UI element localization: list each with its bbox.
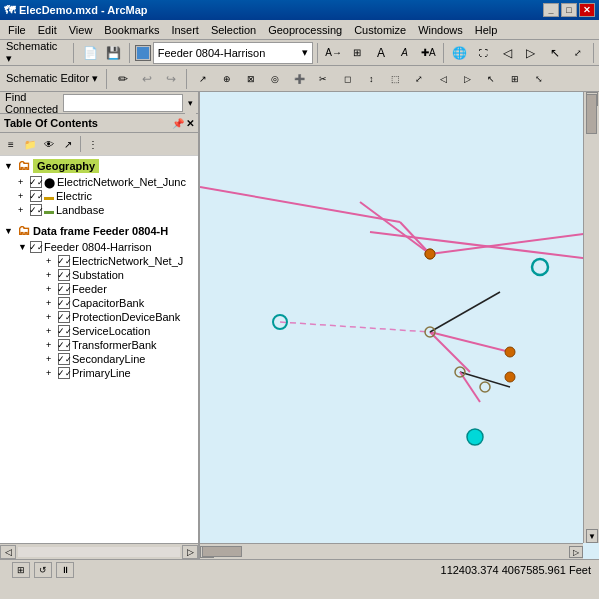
- menu-customize[interactable]: Customize: [348, 22, 412, 38]
- cb-feeder-l[interactable]: ✓: [58, 283, 70, 295]
- cb-ej[interactable]: ✓: [58, 255, 70, 267]
- tool-e[interactable]: ➕: [288, 68, 310, 90]
- tool-btn-5[interactable]: ✚A: [417, 42, 439, 64]
- toc-source-btn[interactable]: 📁: [21, 135, 39, 153]
- schematic-dropdown-label[interactable]: Schematic ▾: [2, 40, 69, 65]
- scroll-down-btn[interactable]: ▼: [586, 529, 598, 543]
- layer-elecnet-junc[interactable]: + ✓ ⬤ ElectricNetwork_Net_Junc: [14, 175, 198, 189]
- toc-vis-btn[interactable]: 👁: [40, 135, 58, 153]
- tool-d[interactable]: ◎: [264, 68, 286, 90]
- feeder-dropdown[interactable]: Feeder 0804-Harrison ▾: [153, 42, 313, 64]
- feeder-harrison-group[interactable]: ▼ ✓ Feeder 0804-Harrison: [14, 240, 198, 254]
- save-button[interactable]: 💾: [103, 42, 125, 64]
- expand-sec[interactable]: +: [46, 354, 56, 364]
- cb-substation[interactable]: ✓: [58, 269, 70, 281]
- tool-btn-1[interactable]: A→: [323, 42, 345, 64]
- cb-landbase[interactable]: ✓: [30, 204, 42, 216]
- tool-j[interactable]: ⤢: [408, 68, 430, 90]
- layer-protection[interactable]: + ✓ ProtectionDeviceBank: [42, 310, 198, 324]
- expand-ej[interactable]: +: [46, 256, 56, 266]
- toc-pin-btn[interactable]: 📌: [172, 118, 184, 129]
- tool-btn-3[interactable]: A: [370, 42, 392, 64]
- expand-cap[interactable]: +: [46, 298, 56, 308]
- scroll-right-btn[interactable]: ▷: [569, 546, 583, 558]
- menu-insert[interactable]: Insert: [165, 22, 205, 38]
- tool-b[interactable]: ⊕: [216, 68, 238, 90]
- canvas-scrollbar-v[interactable]: ▲ ▼: [583, 92, 599, 543]
- cb-electric[interactable]: ✓: [30, 190, 42, 202]
- expand-prot[interactable]: +: [46, 312, 56, 322]
- toc-dataframe-header[interactable]: ▼ 🗂 Data frame Feeder 0804-H: [0, 221, 198, 240]
- close-button[interactable]: ✕: [579, 3, 595, 17]
- status-btn-3[interactable]: ⏸: [56, 562, 74, 578]
- layer-secondary[interactable]: + ✓ SecondaryLine: [42, 352, 198, 366]
- expand-tfmr[interactable]: +: [46, 340, 56, 350]
- tool-l[interactable]: ▷: [456, 68, 478, 90]
- maximize-button[interactable]: □: [561, 3, 577, 17]
- next-extent-btn[interactable]: ▷: [520, 42, 542, 64]
- cb-sec[interactable]: ✓: [58, 353, 70, 365]
- toc-scrollbar-h[interactable]: ◁ ▷: [0, 543, 198, 559]
- layer-electric[interactable]: + ✓ ▬ Electric: [14, 189, 198, 203]
- arrow-btn[interactable]: ↖: [544, 42, 566, 64]
- layer-capacitor[interactable]: + ✓ CapacitorBank: [42, 296, 198, 310]
- layer-feeder[interactable]: + ✓ Feeder: [42, 282, 198, 296]
- tool-k[interactable]: ◁: [432, 68, 454, 90]
- toc-close-btn[interactable]: ✕: [186, 118, 194, 129]
- layer-elecnet-j[interactable]: + ✓ ElectricNetwork_Net_J: [42, 254, 198, 268]
- expand-substation[interactable]: +: [46, 270, 56, 280]
- tool-g[interactable]: ◻: [336, 68, 358, 90]
- menu-geoprocessing[interactable]: Geoprocessing: [262, 22, 348, 38]
- expand-feeder[interactable]: ▼: [18, 242, 28, 252]
- schematic-editor-label[interactable]: Schematic Editor ▾: [2, 72, 102, 85]
- layer-service[interactable]: + ✓ ServiceLocation: [42, 324, 198, 338]
- expand-elecnet[interactable]: +: [18, 177, 28, 187]
- tool-i[interactable]: ⬚: [384, 68, 406, 90]
- globe-btn[interactable]: 🌐: [449, 42, 471, 64]
- tool-m[interactable]: ↖: [480, 68, 502, 90]
- find-input[interactable]: [63, 94, 183, 112]
- edit-pencil-btn[interactable]: ✏: [112, 68, 134, 90]
- menu-bookmarks[interactable]: Bookmarks: [98, 22, 165, 38]
- toc-sel-btn[interactable]: ↗: [59, 135, 77, 153]
- expand-geography[interactable]: ▼: [4, 161, 14, 171]
- expand-pri[interactable]: +: [46, 368, 56, 378]
- tool-a[interactable]: ↗: [192, 68, 214, 90]
- expand-landbase[interactable]: +: [18, 205, 28, 215]
- expand-feeder-l[interactable]: +: [46, 284, 56, 294]
- cb-pri[interactable]: ✓: [58, 367, 70, 379]
- cb-elecnet[interactable]: ✓: [30, 176, 42, 188]
- layer-transformer[interactable]: + ✓ TransformerBank: [42, 338, 198, 352]
- menu-file[interactable]: File: [2, 22, 32, 38]
- layer-substation[interactable]: + ✓ Substation: [42, 268, 198, 282]
- menu-view[interactable]: View: [63, 22, 99, 38]
- toc-scroll-left[interactable]: ◁: [0, 545, 16, 559]
- undo-btn[interactable]: ↩: [136, 68, 158, 90]
- tool-o[interactable]: ⤡: [528, 68, 550, 90]
- toc-list-btn[interactable]: ≡: [2, 135, 20, 153]
- cb-cap[interactable]: ✓: [58, 297, 70, 309]
- map-canvas[interactable]: ▲ ▼ ◁ ▷: [200, 92, 599, 559]
- expand-electric[interactable]: +: [18, 191, 28, 201]
- tool-f[interactable]: ✂: [312, 68, 334, 90]
- menu-help[interactable]: Help: [469, 22, 504, 38]
- scroll-thumb-v[interactable]: [586, 94, 597, 134]
- menu-windows[interactable]: Windows: [412, 22, 469, 38]
- expand-svc[interactable]: +: [46, 326, 56, 336]
- menu-selection[interactable]: Selection: [205, 22, 262, 38]
- expand-dataframe[interactable]: ▼: [4, 226, 14, 236]
- tool-n[interactable]: ⊞: [504, 68, 526, 90]
- toc-options-btn[interactable]: ⋮: [84, 135, 102, 153]
- zoom-full-btn[interactable]: ⛶: [473, 42, 495, 64]
- cb-feeder[interactable]: ✓: [30, 241, 42, 253]
- prev-extent-btn[interactable]: ◁: [496, 42, 518, 64]
- tool-btn-4[interactable]: A: [394, 42, 416, 64]
- find-go-btn[interactable]: ▾: [185, 92, 196, 114]
- menu-edit[interactable]: Edit: [32, 22, 63, 38]
- tool-c[interactable]: ⊠: [240, 68, 262, 90]
- toc-scroll-right[interactable]: ▷: [182, 545, 198, 559]
- redo-btn[interactable]: ↪: [160, 68, 182, 90]
- status-btn-2[interactable]: ↺: [34, 562, 52, 578]
- window-controls[interactable]: _ □ ✕: [543, 3, 595, 17]
- new-button[interactable]: 📄: [79, 42, 101, 64]
